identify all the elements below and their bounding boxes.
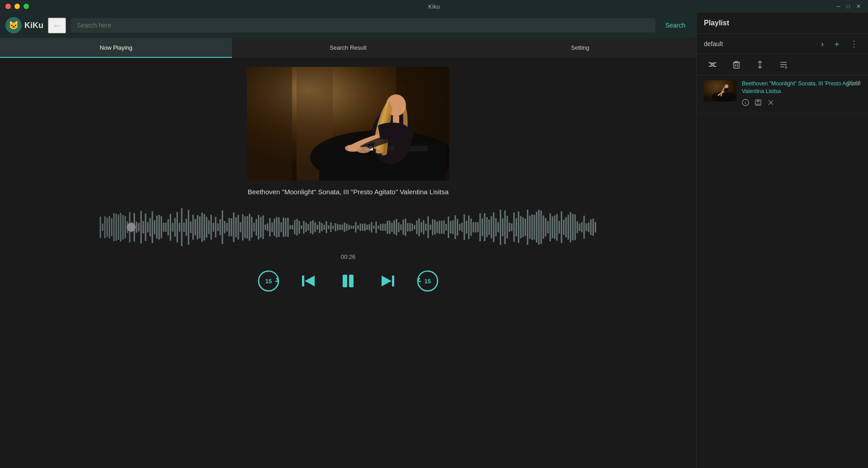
svg-rect-24: [302, 276, 304, 286]
player-controls: 15: [257, 269, 439, 293]
logo-icon: 🐱: [5, 17, 22, 33]
player-content: Beethoven "Moonlight" Sonata, III "Prest…: [0, 58, 696, 468]
close-button[interactable]: ✕: [854, 3, 863, 9]
header: 🐱 KiKu ← Search: [0, 13, 696, 38]
sidebar: Playlist default › ＋ ⋮: [696, 13, 868, 468]
playlist-more-button[interactable]: ⋮: [847, 38, 861, 50]
queue-button[interactable]: [775, 58, 792, 71]
forward-button[interactable]: 15: [416, 269, 439, 293]
next-button[interactable]: [378, 271, 398, 291]
item-remove-button[interactable]: [767, 99, 774, 108]
playlist-header: Playlist: [697, 13, 868, 34]
svg-rect-51: [757, 100, 760, 102]
svg-rect-28: [392, 276, 394, 286]
playlist-item-thumbnail: [704, 80, 736, 102]
waveform[interactable]: [99, 205, 597, 250]
tab-setting[interactable]: Setting: [464, 38, 696, 58]
svg-rect-26: [343, 275, 347, 287]
shuffle-button[interactable]: [704, 58, 721, 71]
rewind-button[interactable]: 15: [257, 269, 280, 293]
item-info-button[interactable]: i: [742, 99, 749, 108]
tab-search-result[interactable]: Search Result: [232, 38, 464, 58]
titlebar: Kiku ─ □ ✕: [0, 0, 868, 13]
fullscreen-dot[interactable]: [24, 4, 29, 9]
playlist-expand-button[interactable]: ›: [818, 38, 826, 50]
search-input[interactable]: [71, 18, 656, 33]
playlist-name-row: default › ＋ ⋮: [697, 34, 868, 54]
playlist-item-actions: i: [742, 99, 861, 108]
playlist-title: Playlist: [704, 19, 861, 27]
svg-text:15: 15: [425, 278, 431, 285]
prev-button[interactable]: [298, 271, 318, 291]
track-title: Beethoven "Moonlight" Sonata, III "Prest…: [248, 188, 449, 196]
playlist-item-info: Beethoven "Moonlight" Sonata, III 'Prest…: [742, 80, 861, 108]
restore-button[interactable]: □: [845, 3, 852, 9]
svg-text:i: i: [745, 101, 746, 105]
sort-button[interactable]: [752, 58, 768, 71]
playlist-add-button[interactable]: ＋: [830, 37, 844, 50]
minimize-button[interactable]: ─: [835, 3, 842, 9]
waveform-canvas[interactable]: [99, 205, 597, 250]
playlist-name: default: [704, 40, 815, 47]
svg-text:15: 15: [265, 278, 272, 285]
item-save-button[interactable]: [755, 99, 762, 108]
playlist-item-title: Beethoven "Moonlight" Sonata, III 'Prest…: [742, 80, 861, 95]
svg-rect-27: [349, 275, 354, 287]
tabs: Now Playing Search Result Setting: [0, 38, 696, 58]
svg-marker-25: [305, 276, 315, 286]
close-dot[interactable]: [5, 4, 11, 9]
window-controls: ─ □ ✕: [835, 3, 863, 9]
main-area: 🐱 KiKu ← Search Now Playing Search Resul…: [0, 13, 696, 468]
window-title: Kiku: [428, 3, 439, 10]
playlist-item-duration: 06:48: [847, 80, 861, 86]
main-layout: 🐱 KiKu ← Search Now Playing Search Resul…: [0, 13, 868, 468]
svg-rect-2: [247, 67, 292, 181]
svg-marker-29: [382, 276, 392, 286]
svg-point-20: [357, 147, 370, 153]
back-button[interactable]: ←: [48, 18, 66, 33]
svg-rect-36: [734, 63, 739, 68]
logo: 🐱 KiKu: [5, 17, 43, 33]
svg-point-47: [725, 84, 728, 88]
logo-text: KiKu: [24, 21, 43, 30]
window-dots: [5, 4, 29, 9]
video-thumbnail: [247, 67, 449, 181]
tab-now-playing[interactable]: Now Playing: [0, 38, 232, 58]
time-display: 00:26: [341, 253, 356, 260]
search-button[interactable]: Search: [660, 19, 691, 32]
playlist-item: Beethoven "Moonlight" Sonata, III 'Prest…: [697, 75, 868, 112]
minimize-dot[interactable]: [14, 4, 20, 9]
delete-button[interactable]: [728, 58, 745, 71]
pause-button[interactable]: [336, 269, 360, 293]
playlist-toolbar: [697, 54, 868, 75]
